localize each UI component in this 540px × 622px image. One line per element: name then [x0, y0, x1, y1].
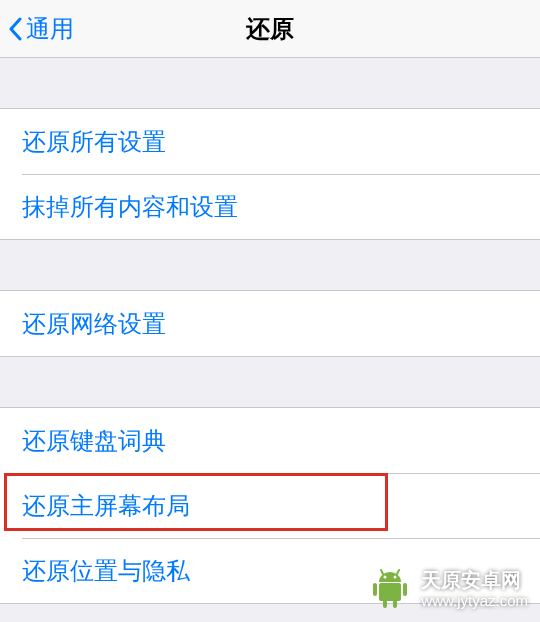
svg-rect-4 — [403, 583, 407, 596]
section-2: 还原网络设置 — [0, 290, 540, 357]
row-label: 抹掉所有内容和设置 — [22, 191, 238, 223]
svg-rect-5 — [383, 600, 387, 608]
erase-all-content[interactable]: 抹掉所有内容和设置 — [0, 174, 540, 239]
svg-point-1 — [394, 576, 397, 579]
watermark-text: 天原安卓网 www.jytyaz.com — [421, 568, 528, 610]
watermark-url: www.jytyaz.com — [421, 592, 528, 610]
svg-rect-6 — [393, 600, 397, 608]
row-label: 还原主屏幕布局 — [22, 490, 190, 522]
section-1: 还原所有设置 抹掉所有内容和设置 — [0, 108, 540, 240]
reset-network-settings[interactable]: 还原网络设置 — [0, 291, 540, 356]
svg-rect-2 — [379, 583, 401, 601]
back-label: 通用 — [26, 13, 74, 45]
watermark: 天原安卓网 www.jytyaz.com — [369, 568, 528, 610]
reset-all-settings[interactable]: 还原所有设置 — [0, 109, 540, 174]
back-button[interactable]: 通用 — [0, 13, 74, 45]
section-gap — [0, 58, 540, 108]
svg-point-0 — [384, 576, 387, 579]
row-label: 还原键盘词典 — [22, 425, 166, 457]
section-gap — [0, 357, 540, 407]
row-label: 还原所有设置 — [22, 126, 166, 158]
section-gap — [0, 240, 540, 290]
android-logo-icon — [369, 568, 411, 610]
row-label: 还原位置与隐私 — [22, 555, 190, 587]
svg-rect-3 — [373, 583, 377, 596]
watermark-title: 天原安卓网 — [421, 568, 528, 592]
nav-header: 通用 还原 — [0, 0, 540, 58]
reset-home-screen-layout[interactable]: 还原主屏幕布局 — [0, 473, 540, 538]
chevron-left-icon — [8, 17, 22, 41]
reset-keyboard-dictionary[interactable]: 还原键盘词典 — [0, 408, 540, 473]
row-label: 还原网络设置 — [22, 308, 166, 340]
page-title: 还原 — [246, 13, 294, 45]
